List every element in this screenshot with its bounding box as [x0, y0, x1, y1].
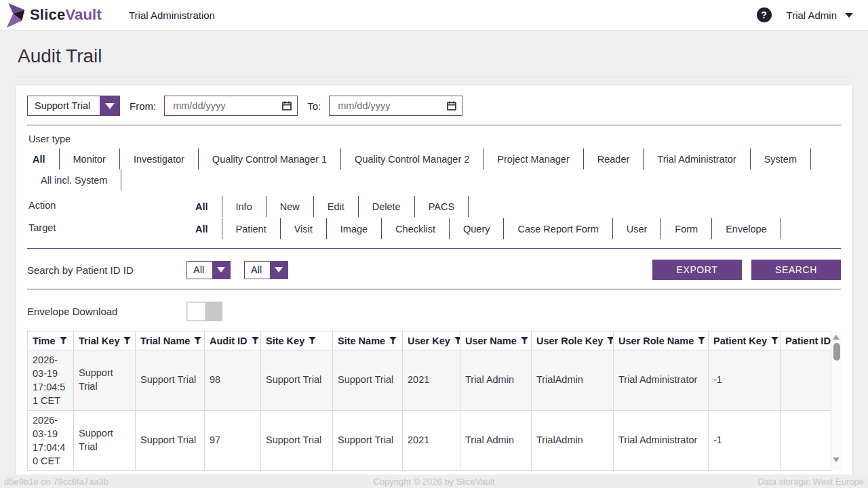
- footer-build-info: d5e9b1e on 79cc6fa7aa3b: [4, 476, 291, 487]
- user-type-options: AllMonitorInvestigatorQuality Control Ma…: [27, 148, 841, 190]
- filter-option-image[interactable]: Image: [327, 218, 382, 239]
- filter-icon[interactable]: [60, 337, 67, 344]
- table-row[interactable]: 2026-03-19 17:04:51 CETSupport TrialSupp…: [28, 350, 831, 411]
- column-header-patient-id[interactable]: Patient ID: [781, 331, 831, 350]
- column-header-user-role-name[interactable]: User Role Name: [614, 331, 709, 350]
- filter-option-reader[interactable]: Reader: [584, 148, 644, 169]
- column-header-site-name[interactable]: Site Name: [333, 331, 403, 350]
- filter-option-new[interactable]: New: [267, 196, 314, 217]
- dropdown-caret-icon[interactable]: [100, 96, 119, 115]
- footer-copyright: Copyright © 2026 by SliceVault: [291, 476, 578, 487]
- column-header-label: Trial Name: [140, 336, 190, 346]
- from-date-input[interactable]: mm/dd/yyyy: [164, 96, 298, 116]
- filter-icon[interactable]: [607, 337, 613, 344]
- vertical-scrollbar[interactable]: [832, 332, 841, 470]
- column-header-label: Patient Key: [713, 336, 767, 346]
- column-header-label: Time: [33, 336, 56, 346]
- cell-site-key: Support Trial: [261, 350, 333, 411]
- user-type-label: User type: [27, 125, 841, 148]
- cell-trial-key: Support Trial: [74, 411, 136, 471]
- calendar-icon[interactable]: [282, 101, 292, 110]
- filter-option-all[interactable]: All: [190, 218, 222, 239]
- trial-select-value: Support Trial: [28, 96, 100, 115]
- column-header-label: Site Key: [266, 336, 304, 346]
- column-header-user-role-key[interactable]: User Role Key: [532, 331, 614, 350]
- filter-option-visit[interactable]: Visit: [281, 218, 327, 239]
- filter-icon[interactable]: [389, 337, 397, 344]
- from-label: From:: [130, 100, 156, 112]
- cell-user-key: 2021: [403, 350, 460, 411]
- trial-select[interactable]: Support Trial: [27, 96, 120, 116]
- toggle-knob: [187, 302, 205, 321]
- envelope-download-toggle[interactable]: [186, 302, 222, 321]
- filter-option-case-report-form[interactable]: Case Report Form: [504, 218, 612, 239]
- envelope-download-label: Envelope Download: [27, 306, 186, 317]
- filter-icon[interactable]: [521, 337, 528, 344]
- filter-icon[interactable]: [771, 337, 778, 344]
- filter-option-query[interactable]: Query: [450, 218, 505, 239]
- filter-option-edit[interactable]: Edit: [314, 196, 359, 217]
- dropdown-caret-icon[interactable]: [212, 262, 230, 279]
- column-header-label: User Role Name: [618, 336, 694, 346]
- scroll-down-icon[interactable]: [833, 458, 840, 462]
- column-header-patient-key[interactable]: Patient Key: [709, 331, 781, 350]
- filter-option-form[interactable]: Form: [661, 218, 712, 239]
- filter-option-all[interactable]: All: [190, 196, 222, 217]
- filter-option-project-manager[interactable]: Project Manager: [484, 148, 583, 169]
- cell-patient-key: -1: [709, 411, 781, 471]
- calendar-icon[interactable]: [447, 101, 456, 110]
- filter-option-delete[interactable]: Delete: [359, 196, 415, 217]
- brand-slice: Slice: [30, 6, 65, 23]
- column-header-user-name[interactable]: User Name: [460, 331, 532, 350]
- cell-user-role-key: TrialAdmin: [532, 350, 614, 411]
- column-header-audit-id[interactable]: Audit ID: [205, 331, 261, 350]
- patient-filter-dropdown-2[interactable]: All: [244, 261, 288, 279]
- filter-option-trial-administrator[interactable]: Trial Administrator: [644, 148, 750, 169]
- filter-option-checklist[interactable]: Checklist: [382, 218, 450, 239]
- cell-patient-key: -1: [709, 350, 781, 411]
- filter-option-quality-control-manager-1[interactable]: Quality Control Manager 1: [199, 148, 341, 169]
- scroll-up-icon[interactable]: [833, 335, 840, 340]
- dropdown-caret-icon[interactable]: [270, 262, 288, 279]
- filter-icon[interactable]: [194, 337, 201, 344]
- filter-option-envelope[interactable]: Envelope: [712, 218, 781, 239]
- column-header-site-key[interactable]: Site Key: [261, 331, 333, 350]
- filter-option-patient[interactable]: Patient: [222, 218, 281, 239]
- vertical-scroll-thumb[interactable]: [833, 343, 840, 361]
- column-header-label: Audit ID: [210, 336, 248, 346]
- filter-option-quality-control-manager-2[interactable]: Quality Control Manager 2: [341, 148, 484, 169]
- filter-option-pacs[interactable]: PACS: [415, 196, 469, 217]
- chevron-down-icon: [845, 13, 853, 18]
- column-header-trial-name[interactable]: Trial Name: [136, 331, 205, 350]
- cell-user-role-key: TrialAdmin: [532, 411, 614, 471]
- filter-option-investigator[interactable]: Investigator: [120, 148, 199, 169]
- search-button[interactable]: SEARCH: [751, 260, 841, 280]
- filter-icon[interactable]: [123, 337, 131, 344]
- filter-icon[interactable]: [309, 337, 316, 344]
- help-icon[interactable]: ?: [757, 7, 772, 22]
- column-header-user-key[interactable]: User Key: [403, 331, 460, 350]
- cell-patient-id: [781, 350, 831, 411]
- filter-icon[interactable]: [454, 337, 460, 344]
- filter-icon[interactable]: [698, 337, 705, 344]
- nav-trial-administration[interactable]: Trial Administration: [129, 9, 215, 21]
- table-row[interactable]: 2026-03-19 17:04:40 CETSupport TrialSupp…: [28, 411, 831, 471]
- user-menu[interactable]: Trial Admin: [787, 9, 853, 21]
- filter-option-all-incl-system[interactable]: All incl. System: [27, 169, 121, 190]
- brand-title: SliceVault: [30, 6, 102, 24]
- filter-option-user[interactable]: User: [613, 218, 662, 239]
- column-header-label: User Name: [465, 336, 517, 346]
- export-button[interactable]: EXPORT: [652, 260, 742, 280]
- cell-site-name: Support Trial: [333, 411, 403, 471]
- filter-option-info[interactable]: Info: [222, 196, 267, 217]
- column-header-trial-key[interactable]: Trial Key: [74, 331, 136, 350]
- filter-option-monitor[interactable]: Monitor: [60, 148, 120, 169]
- filter-option-all[interactable]: All: [27, 148, 60, 169]
- filter-option-system[interactable]: System: [751, 148, 811, 169]
- column-header-time[interactable]: Time: [28, 331, 74, 350]
- cell-site-key: Support Trial: [261, 411, 333, 471]
- to-date-input[interactable]: mm/dd/yyyy: [329, 96, 462, 116]
- column-header-label: User Key: [408, 336, 450, 346]
- filter-icon[interactable]: [252, 337, 259, 344]
- patient-filter-dropdown-1[interactable]: All: [186, 261, 231, 279]
